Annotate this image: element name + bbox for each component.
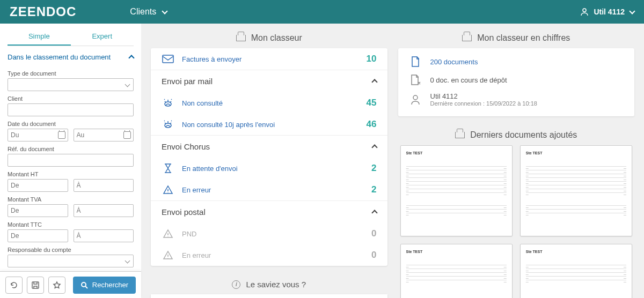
search-button-label: Rechercher: [92, 281, 128, 289]
ht-from-input[interactable]: [8, 179, 68, 192]
chevron-up-icon: [371, 144, 377, 150]
recent-title: Derniers documents ajoutés: [398, 126, 635, 145]
warning-icon: [162, 185, 174, 195]
tab-expert[interactable]: Expert: [71, 29, 134, 46]
label-account-resp: Responsable du compte: [8, 247, 134, 253]
hourglass-icon: [162, 163, 174, 174]
pending-value: 2: [361, 163, 377, 174]
date-to-input[interactable]: [74, 129, 134, 141]
save-search-button[interactable]: [27, 277, 44, 294]
section-filing-label: Dans le classement du document: [8, 53, 111, 61]
row-pending[interactable]: En attente d'envoi 2: [151, 158, 387, 179]
label-amount-ttc: Montant TTC: [8, 221, 134, 228]
alert-icon: [162, 119, 174, 130]
ttc-to-input[interactable]: [74, 229, 134, 242]
chevron-down-icon: [162, 8, 168, 14]
row-pnd[interactable]: PND 0: [151, 223, 387, 244]
postal-error-value: 0: [361, 250, 377, 260]
tab-simple[interactable]: Simple: [8, 29, 71, 46]
deposit-label: 0 doc. en cours de dépôt: [430, 76, 507, 84]
dashboard-content: Mon classeur Factures à envoyer 10 Envoi…: [141, 24, 644, 298]
brand-logo: ZEENDOC: [10, 4, 76, 19]
tva-from-input[interactable]: [8, 204, 68, 217]
invoices-value: 10: [361, 54, 377, 64]
chevron-up-icon: [371, 210, 377, 215]
doc-ref-input[interactable]: [8, 154, 134, 167]
row-deposit: 0 doc. en cours de dépôt: [398, 71, 635, 89]
section-filing-toggle[interactable]: Dans le classement du document: [0, 46, 141, 64]
svg-point-2: [82, 282, 86, 287]
tip-body: Programme ZeenPlanet: [151, 294, 387, 298]
account-resp-select[interactable]: [8, 255, 134, 267]
pnd-value: 0: [361, 228, 377, 239]
label-doc-ref: Réf. du document: [8, 146, 134, 152]
row-postal-error[interactable]: En erreur 0: [151, 244, 387, 266]
label-doc-date: Date du document: [8, 121, 134, 127]
doc-thumbnail[interactable]: Ste TEST ———————————————— ——————: [400, 145, 513, 236]
ttc-from-input[interactable]: [8, 229, 68, 242]
group-postal[interactable]: Envoi postal: [151, 200, 387, 223]
search-button[interactable]: Rechercher: [73, 277, 136, 294]
star-icon: [53, 281, 61, 289]
client-input[interactable]: [8, 103, 134, 116]
doc-thumbnail[interactable]: Ste TEST ———————————————— ——————: [520, 145, 632, 236]
favorite-button[interactable]: [48, 277, 65, 294]
group-chorus[interactable]: Envoi Chorus: [151, 135, 387, 158]
classeur-panel: Factures à envoyer 10 Envoi par mail Non…: [151, 48, 387, 266]
nav-clients[interactable]: Clients: [130, 7, 167, 17]
svg-rect-3: [163, 55, 173, 63]
last-login: Dernière connexion : 15/09/2022 à 10:18: [430, 100, 537, 107]
user-menu[interactable]: Util 4112: [581, 8, 634, 16]
row-invoices-to-send[interactable]: Factures à envoyer 10: [151, 48, 387, 70]
postal-error-label: En erreur: [182, 251, 353, 259]
refresh-icon: [10, 281, 18, 289]
svg-rect-1: [32, 282, 39, 288]
row-error[interactable]: En erreur 2: [151, 179, 387, 200]
search-form: Type de document Client Date du document…: [0, 64, 141, 298]
warning-icon: [162, 250, 174, 260]
error-label: En erreur: [182, 186, 353, 194]
document-icon: [409, 56, 422, 68]
error-value: 2: [361, 184, 377, 195]
tip-title: i Le saviez vous ?: [151, 275, 387, 294]
chevron-up-icon: [128, 55, 134, 61]
chevron-up-icon: [371, 79, 377, 85]
search-sidebar: Simple Expert Dans le classement du docu…: [0, 24, 141, 298]
info-icon: i: [232, 280, 240, 289]
not-consulted-10d-label: Non consulté 10j après l'envoi: [182, 121, 353, 129]
inbox-icon: [236, 35, 246, 41]
tva-to-input[interactable]: [74, 204, 134, 217]
doc-thumbnail[interactable]: Ste TEST ——————————: [400, 244, 513, 298]
not-consulted-value: 45: [361, 98, 377, 108]
warning-icon: [162, 229, 174, 239]
chevron-down-icon: [629, 8, 635, 14]
row-session-user: Util 4112 Dernière connexion : 15/09/202…: [398, 89, 635, 110]
pnd-label: PND: [182, 230, 353, 238]
recent-docs-grid: Ste TEST ———————————————— —————— Ste TES…: [398, 145, 635, 298]
ht-to-input[interactable]: [74, 179, 134, 192]
group-mail[interactable]: Envoi par mail: [151, 70, 387, 92]
inbox-icon: [455, 132, 465, 138]
user-icon: [409, 94, 422, 105]
save-icon: [31, 281, 40, 289]
deposit-icon: [409, 74, 422, 86]
not-consulted-10d-value: 46: [361, 119, 377, 130]
label-amount-tva: Montant TVA: [8, 196, 134, 203]
user-name: Util 4112: [594, 8, 625, 16]
reset-button[interactable]: [5, 277, 23, 294]
row-not-consulted-10d[interactable]: Non consulté 10j après l'envoi 46: [151, 114, 387, 135]
doc-thumbnail[interactable]: Ste TEST ——————————: [520, 244, 632, 298]
classeur-title: Mon classeur: [151, 29, 387, 48]
chiffres-title: Mon classeur en chiffres: [398, 29, 635, 48]
doc-type-select[interactable]: [8, 78, 134, 91]
top-header: ZEENDOC Clients Util 4112: [0, 0, 644, 24]
row-not-consulted[interactable]: Non consulté 45: [151, 92, 387, 114]
session-user-name: Util 4112: [430, 92, 537, 100]
sidebar-toolbar: Rechercher: [0, 271, 141, 298]
label-client: Client: [8, 95, 134, 102]
not-consulted-label: Non consulté: [182, 99, 353, 107]
date-from-input[interactable]: [8, 129, 68, 141]
row-doc-count[interactable]: 200 documents: [398, 53, 635, 71]
label-doc-type: Type de document: [8, 70, 134, 77]
invoices-label: Factures à envoyer: [182, 55, 353, 63]
